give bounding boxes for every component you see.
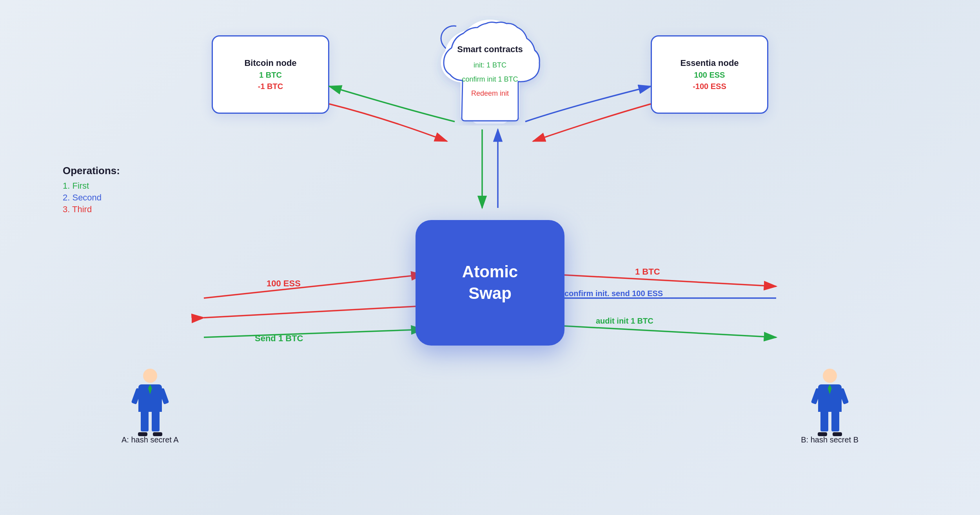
operations-title: Operations:: [63, 165, 120, 177]
person-a-body: [138, 384, 162, 412]
person-b-legs: [814, 412, 846, 431]
person-b-figure: [814, 369, 846, 431]
atomic-swap-box: AtomicSwap: [416, 220, 564, 346]
person-b-body: [818, 384, 842, 412]
operation-second: 2. Second: [63, 193, 120, 203]
person-a-arm-left: [131, 388, 142, 404]
person-a: A: hash secret A: [122, 369, 179, 444]
person-b-leg-left: [820, 412, 828, 431]
operations-panel: Operations: 1. First 2. Second 3. Third: [63, 165, 120, 216]
person-b-arm-left: [811, 388, 821, 404]
person-a-figure: [134, 369, 166, 431]
person-b-foot-right: [833, 432, 842, 436]
bitcoin-node-title: Bitcoin node: [244, 58, 296, 68]
person-b-head: [823, 369, 837, 383]
person-a-arm-right: [158, 388, 169, 404]
essentia-node-box: Essentia node 100 ESS -100 ESS: [651, 35, 768, 114]
person-a-foot-left: [138, 432, 147, 436]
essentia-node-positive: 100 ESS: [694, 71, 725, 80]
smart-contracts-redeem: Redeem init: [457, 86, 523, 100]
smart-contracts-title: Smart contracts: [457, 41, 523, 58]
smart-contracts-init: init: 1 BTC: [457, 58, 523, 72]
essentia-node-negative: -100 ESS: [693, 82, 726, 91]
person-a-label: A: hash secret A: [122, 435, 179, 444]
atomic-swap-label: AtomicSwap: [462, 261, 518, 304]
person-a-legs: [134, 412, 166, 431]
person-b-arm-right: [838, 388, 849, 404]
person-a-foot-right: [153, 432, 162, 436]
smart-contracts-confirm: confirm init 1 BTC: [457, 72, 523, 86]
person-b-leg-right: [831, 412, 839, 431]
bitcoin-node-box: Bitcoin node 1 BTC -1 BTC: [212, 35, 329, 114]
svg-text:1 BTC: 1 BTC: [635, 267, 660, 277]
operation-third: 3. Third: [63, 204, 120, 215]
svg-text:Send 1 BTC: Send 1 BTC: [255, 333, 303, 343]
person-b-tie: [828, 384, 832, 394]
svg-text:audit init 1 BTC: audit init 1 BTC: [596, 317, 653, 325]
person-b-label: B: hash secret B: [801, 435, 858, 444]
operation-first: 1. First: [63, 181, 120, 191]
person-a-leg-left: [141, 412, 149, 431]
person-b-feet: [814, 431, 846, 436]
person-a-feet: [134, 431, 166, 436]
smart-contracts-content: Smart contracts init: 1 BTC confirm init…: [457, 41, 523, 100]
person-a-tie: [148, 384, 152, 394]
bitcoin-node-negative: -1 BTC: [258, 82, 283, 91]
person-a-head: [143, 369, 157, 383]
person-a-leg-right: [152, 412, 160, 431]
svg-text:100 ESS: 100 ESS: [267, 278, 301, 288]
svg-text:confirm init. send 100 ESS: confirm init. send 100 ESS: [564, 289, 663, 298]
person-b: B: hash secret B: [801, 369, 858, 444]
bitcoin-node-positive: 1 BTC: [259, 71, 282, 80]
essentia-node-title: Essentia node: [680, 58, 739, 68]
person-b-foot-left: [818, 432, 827, 436]
smart-contracts-node: Smart contracts init: 1 BTC confirm init…: [416, 16, 564, 126]
